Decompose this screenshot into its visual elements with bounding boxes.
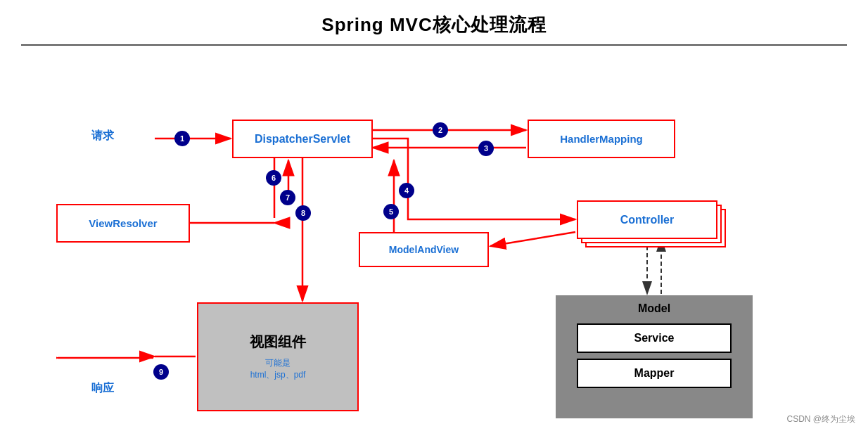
step-3-circle: 3 bbox=[478, 141, 494, 156]
svg-line-15 bbox=[490, 232, 575, 246]
view-title: 视图组件 bbox=[250, 333, 306, 352]
step-5-circle: 5 bbox=[383, 204, 399, 219]
view-subtitle: 可能是 html、jsp、pdf bbox=[250, 357, 306, 381]
step-8-circle: 8 bbox=[295, 205, 311, 221]
watermark: CSDN @终为尘埃 bbox=[786, 413, 855, 425]
response-arrow-svg bbox=[56, 348, 155, 368]
box-view: 视图组件 可能是 html、jsp、pdf bbox=[197, 302, 359, 411]
box-modelandview: ModelAndView bbox=[359, 232, 489, 267]
mapper-box: Mapper bbox=[577, 359, 732, 388]
step-7-circle: 7 bbox=[280, 190, 295, 205]
step-4-circle: 4 bbox=[399, 183, 414, 198]
step-1-circle: 1 bbox=[174, 131, 190, 146]
service-box: Service bbox=[577, 323, 732, 353]
box-model: Model Service Mapper bbox=[556, 295, 753, 418]
step-9-circle: 9 bbox=[153, 364, 169, 380]
model-label: Model bbox=[638, 302, 670, 315]
step-2-circle: 2 bbox=[433, 122, 448, 138]
step-6-circle: 6 bbox=[266, 170, 281, 186]
page: Spring MVC核心处理流程 bbox=[0, 0, 868, 431]
page-title: Spring MVC核心处理流程 bbox=[0, 0, 868, 37]
box-viewresolver: ViewResolver bbox=[56, 204, 190, 243]
box-controller: Controller bbox=[577, 200, 717, 239]
diagram: 请求 1 2 3 4 5 6 7 8 bbox=[0, 49, 868, 431]
box-dispatcherservlet: DispatcherServlet bbox=[232, 120, 373, 158]
divider bbox=[21, 44, 847, 46]
label-response: 响应 bbox=[91, 381, 114, 396]
label-request: 请求 bbox=[91, 129, 114, 143]
box-handlermapping: HandlerMapping bbox=[528, 120, 675, 158]
